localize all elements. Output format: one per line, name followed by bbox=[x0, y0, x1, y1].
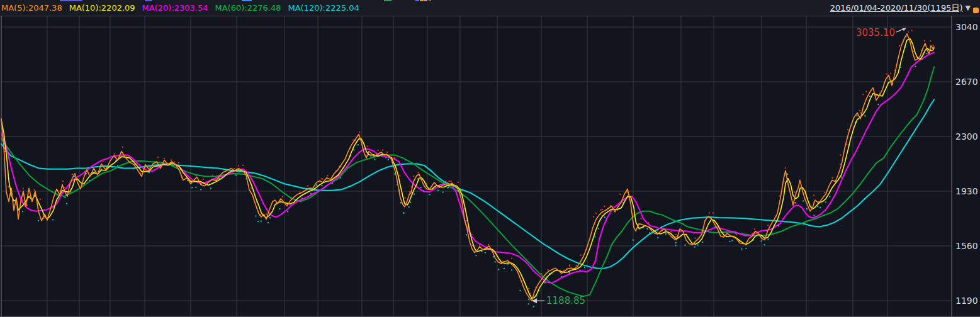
clipped-text-fragment bbox=[145, 0, 152, 1]
clipped-text-fragment bbox=[420, 0, 424, 1]
clipped-text-fragment bbox=[424, 0, 427, 1]
chart-topbar: MA(5):2047.38MA(10):2202.09MA(20):2303.5… bbox=[0, 0, 980, 16]
dropdown-triangle-icon[interactable]: ▼ bbox=[966, 4, 971, 12]
y-axis-tick: 3040 bbox=[955, 22, 978, 32]
y-axis-tick: 1190 bbox=[955, 296, 978, 306]
clipped-app-icon bbox=[973, 8, 979, 13]
high-value-label: 3035.10 bbox=[856, 27, 895, 38]
clipped-text-fragment bbox=[60, 0, 82, 1]
y-axis-tick: 1560 bbox=[955, 241, 978, 251]
price-chart[interactable]: 3040267023001930156011903035.101188.85 bbox=[0, 0, 980, 317]
clipped-text-fragment bbox=[429, 0, 431, 1]
chart-background bbox=[0, 0, 980, 317]
clipped-text-fragment bbox=[384, 0, 391, 1]
y-axis-tick: 2670 bbox=[955, 77, 978, 87]
clipped-text-fragment bbox=[242, 0, 252, 1]
ma-legend-item: MA(120):2225.04 bbox=[288, 0, 359, 16]
kline-chart-screen: 3040267023001930156011903035.101188.85 M… bbox=[0, 0, 980, 317]
ma-legend-item: MA(5):2047.38 bbox=[1, 0, 62, 16]
ma-legend: MA(5):2047.38MA(10):2202.09MA(20):2303.5… bbox=[1, 0, 359, 16]
ma-legend-item: MA(20):2303.54 bbox=[142, 0, 208, 16]
ma-legend-item: MA(10):2202.09 bbox=[69, 0, 135, 16]
date-range-control[interactable]: 2016/01/04-2020/11/30(1195日) ▼ bbox=[830, 3, 979, 14]
low-value-label: 1188.85 bbox=[546, 295, 585, 306]
date-range-label[interactable]: 2016/01/04-2020/11/30(1195日) bbox=[830, 3, 963, 14]
ma-legend-item: MA(60):2276.48 bbox=[215, 0, 281, 16]
y-axis-tick: 1930 bbox=[955, 186, 978, 196]
clipped-text-fragment bbox=[415, 0, 419, 1]
y-axis-tick: 2300 bbox=[955, 131, 978, 142]
